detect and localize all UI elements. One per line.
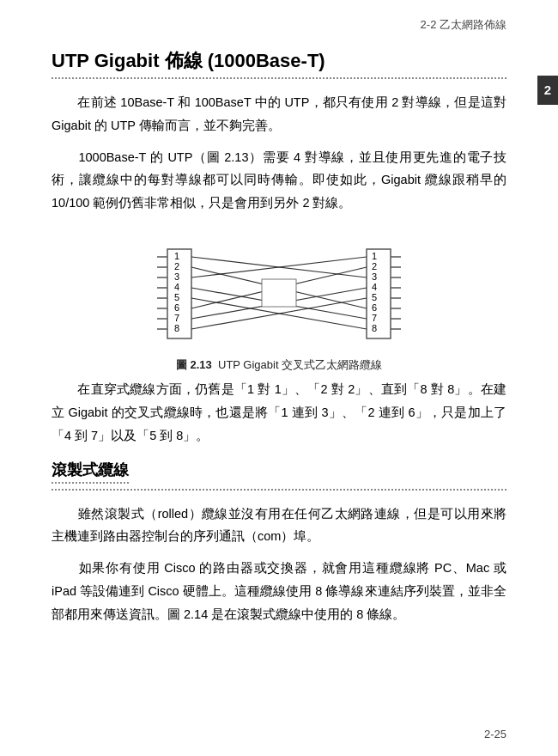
svg-text:5: 5 xyxy=(372,292,377,302)
chapter-tab: 2 xyxy=(537,76,558,105)
svg-rect-17 xyxy=(367,249,391,338)
diagram-label: 圖 2.13 xyxy=(176,358,212,371)
svg-text:4: 4 xyxy=(174,282,179,292)
subsection-divider xyxy=(52,489,506,491)
svg-text:7: 7 xyxy=(174,313,179,323)
svg-text:4: 4 xyxy=(372,282,377,292)
paragraph-1: 在前述 10Base-T 和 100BaseT 中的 UTP，都只有使用 2 對… xyxy=(52,91,506,137)
svg-text:8: 8 xyxy=(174,323,179,333)
svg-text:1: 1 xyxy=(174,251,179,261)
svg-text:2: 2 xyxy=(372,261,377,271)
page: 2-2 乙太網路佈線 2 UTP Gigabit 佈線 (1000Base-T)… xyxy=(0,0,558,756)
svg-text:6: 6 xyxy=(174,302,179,313)
page-footer: 2-25 xyxy=(484,728,506,741)
diagram-caption: 圖 2.13 圖 2.13 UTP Gigabit 交叉式乙太網路纜線 UTP … xyxy=(176,357,382,373)
svg-text:3: 3 xyxy=(372,271,377,282)
section-title: UTP Gigabit 佈線 (1000Base-T) xyxy=(52,48,506,74)
svg-text:8: 8 xyxy=(372,323,377,333)
subsection-title: 滾製式纜線 xyxy=(52,460,129,484)
svg-text:6: 6 xyxy=(372,302,377,313)
svg-text:3: 3 xyxy=(174,271,179,282)
diagram-container: 1 2 3 4 5 6 7 8 1 2 3 4 5 6 7 xyxy=(52,232,506,373)
svg-text:1: 1 xyxy=(372,251,377,261)
subsection-paragraph-2: 如果你有使用 Cisco 的路由器或交換器，就會用這種纜線將 PC、Mac 或 … xyxy=(52,557,506,625)
subsection-block: 滾製式纜線 xyxy=(52,460,506,491)
svg-text:7: 7 xyxy=(372,313,377,323)
paragraph-2: 1000Base-T 的 UTP（圖 2.13）需要 4 對導線，並且使用更先進… xyxy=(52,146,506,215)
svg-rect-42 xyxy=(262,279,296,307)
header-text: 2-2 乙太網路佈線 xyxy=(421,18,506,31)
subsection-paragraph-1: 雖然滾製式（rolled）纜線並沒有用在任何乙太網路連線，但是可以用來將主機連到… xyxy=(52,503,506,549)
paragraph-after-diagram: 在直穿式纜線方面，仍舊是「1 對 1」、「2 對 2」、直到「8 對 8」。在建… xyxy=(52,378,506,447)
svg-text:2: 2 xyxy=(174,261,179,271)
cable-diagram: 1 2 3 4 5 6 7 8 1 2 3 4 5 6 7 xyxy=(116,232,442,352)
page-header: 2-2 乙太網路佈線 xyxy=(52,17,506,33)
section-divider xyxy=(52,77,506,79)
svg-text:5: 5 xyxy=(174,292,179,302)
